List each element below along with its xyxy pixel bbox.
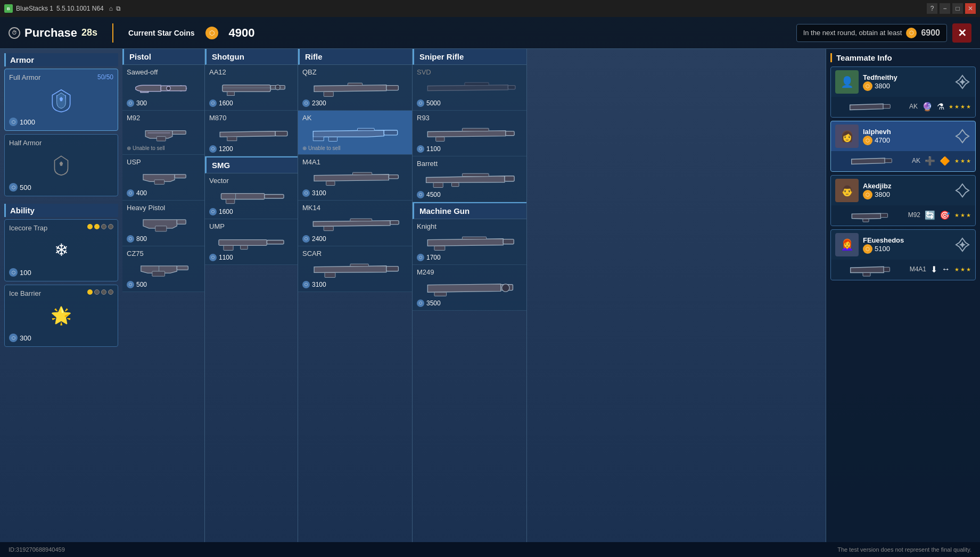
teammate-badge-1	[954, 128, 971, 145]
vector-price: ⬡ 1600	[209, 208, 293, 215]
restore-button[interactable]: □	[952, 3, 963, 14]
r93-card[interactable]: R93 ⬡ 1100	[413, 111, 526, 156]
teammate-extra-icon2-0: ⚗	[937, 102, 944, 112]
machine-gun-section: Machine Gun Knight	[413, 202, 526, 311]
dot-1	[87, 289, 93, 295]
icecore-trap-price: ⬡ 100	[9, 268, 113, 277]
icecore-trap-card[interactable]: Icecore Trap ❄ ⬡ 100	[4, 219, 118, 281]
cz75-card[interactable]: CZ75 ⬡ 500	[122, 246, 204, 292]
close-window-button[interactable]: ✕	[965, 3, 976, 14]
svg-rect-44	[350, 264, 368, 267]
left-panel: Armor Full Armor 50/50	[0, 49, 122, 542]
barrett-card[interactable]: Barrett ⬡ 4500	[413, 156, 526, 202]
svg-rect-50	[505, 176, 514, 181]
half-armor-price: ⬡ 500	[9, 183, 113, 192]
svg-rect-32	[348, 83, 362, 86]
qbz-card[interactable]: QBZ ⬡ 2300	[298, 65, 412, 111]
ump-name: UMP	[209, 222, 293, 230]
m92-card[interactable]: M92 ⊕Unable to sell	[122, 111, 204, 155]
m4a1-card[interactable]: M4A1 ⬡ 3100	[298, 155, 412, 201]
ice-barrier-price: ⬡ 300	[9, 334, 113, 342]
sawed-off-card[interactable]: Sawed-off ⬡ 300	[122, 65, 204, 111]
svg-rect-41	[350, 219, 372, 221]
cz75-name: CZ75	[127, 250, 200, 257]
m249-price: ⬡ 3500	[417, 300, 522, 307]
next-round-value: 6900	[921, 28, 940, 38]
scar-card[interactable]: SCAR ⬡ 3100	[298, 246, 412, 292]
ak-unable: ⊕Unable to sell	[302, 145, 408, 151]
m92-img	[127, 123, 200, 145]
svg-rect-49	[436, 137, 444, 141]
dot-3	[101, 289, 106, 295]
ice-barrier-dots	[87, 289, 113, 295]
m870-card[interactable]: M870 ⬡ 1200	[205, 111, 298, 156]
svg-rect-60	[884, 104, 891, 108]
half-armor-coin-icon: ⬡	[9, 183, 18, 192]
timer-icon: ⏱	[9, 27, 20, 39]
minimize-button[interactable]: −	[940, 3, 950, 14]
footer-id: ID:319270688940459	[9, 546, 65, 553]
window-icon[interactable]: ⧉	[116, 5, 121, 12]
ak-card[interactable]: AK ⊕Unable to sell	[298, 111, 412, 155]
svg-rect-14	[152, 271, 165, 276]
teammate-card-0[interactable]: 👤 Tedfneithy ⬡ 3800	[830, 66, 976, 118]
help-button[interactable]: ?	[927, 3, 937, 14]
svg-marker-3	[60, 161, 63, 165]
m249-card[interactable]: M249 ⬡ 3500	[413, 265, 526, 311]
usp-img	[127, 167, 200, 189]
svg-rect-35	[358, 128, 375, 131]
qbz-price: ⬡ 2300	[302, 99, 408, 107]
teammate-coins-3: 5100	[875, 245, 890, 253]
teammate-card-3[interactable]: 👩‍🦰 FEueshedos ⬡ 5100	[830, 229, 976, 280]
teammate-card-1[interactable]: 👩 lalphevh ⬡ 4700	[830, 121, 976, 172]
vector-card[interactable]: Vector ⬡ 1600	[205, 173, 298, 219]
teammate-stars-0: ★ ★ ★ ★	[949, 104, 971, 110]
half-armor-name: Half Armor	[9, 139, 113, 147]
svg-rect-53	[452, 182, 459, 186]
usp-card[interactable]: USP ⬡ 400	[122, 155, 204, 201]
icecore-trap-image: ❄	[9, 234, 113, 266]
mk14-card[interactable]: MK14 ⬡ 2400	[298, 201, 412, 246]
teammate-weapons-3: M4A1 ⬇ ↔ ★ ★ ★	[831, 260, 975, 280]
ice-barrier-image: 🌟	[9, 300, 113, 331]
full-armor-image	[9, 84, 113, 115]
teammate-avatar-2: 👨	[835, 179, 859, 202]
home-icon[interactable]: ⌂	[109, 5, 113, 12]
svg-rect-51	[462, 173, 489, 176]
teammate-weapons-0: AK 🔮 ⚗ ★ ★ ★ ★	[831, 97, 975, 117]
svg-rect-62	[881, 213, 888, 217]
m4a1-img	[302, 167, 408, 189]
close-purchase-button[interactable]: ✕	[952, 23, 971, 43]
next-round-coin-icon: ⬡	[906, 28, 917, 38]
svg-rect-28	[224, 245, 233, 250]
heavy-pistol-card[interactable]: Heavy Pistol ⬡ 800	[122, 201, 204, 246]
m870-name: M870	[209, 114, 293, 122]
aa12-price: ⬡ 1600	[209, 99, 293, 107]
teammate-badge-2	[954, 182, 971, 199]
svg-rect-16	[223, 85, 270, 92]
knight-card[interactable]: Knight ⬡ 1700	[413, 219, 526, 265]
svd-card[interactable]: SVD ⬡ 5000	[413, 65, 526, 111]
svg-rect-45	[508, 86, 515, 89]
ice-barrier-card[interactable]: Ice Barrier 🌟 ⬡ 300	[4, 285, 118, 347]
half-armor-card[interactable]: Half Armor ⬡ 500	[4, 134, 118, 196]
mk14-name: MK14	[302, 204, 408, 212]
knight-img	[417, 231, 522, 254]
weapon-columns: Pistol Sawed-off ⬡ 300 M92	[122, 49, 826, 542]
aa12-card[interactable]: AA12 ⬡ 1600	[205, 65, 298, 111]
r93-price: ⬡ 1100	[417, 145, 522, 153]
ump-card[interactable]: UMP ⬡ 1100	[205, 219, 298, 265]
next-round-text: In the next round, obtain at least	[803, 29, 902, 37]
teammate-card-2[interactable]: 👨 Akedjibz ⬡ 3800	[830, 175, 976, 226]
titlebar: B BlueStacks 1 5.5.10.1001 N64 ⌂ ⧉ ? − □…	[0, 0, 980, 17]
full-armor-card[interactable]: Full Armor 50/50 ⬡ 1000	[4, 69, 118, 131]
teammate-coins-1: 4700	[875, 136, 890, 144]
svg-rect-63	[863, 219, 869, 222]
svg-rect-26	[219, 240, 267, 246]
svg-rect-46	[465, 82, 489, 85]
purchase-label: Purchase	[24, 26, 77, 40]
ak-img	[302, 123, 408, 145]
teammate-name-1: lalphevh	[863, 128, 950, 136]
dot-2	[94, 224, 100, 229]
teammate-name-0: Tedfneithy	[863, 73, 950, 81]
